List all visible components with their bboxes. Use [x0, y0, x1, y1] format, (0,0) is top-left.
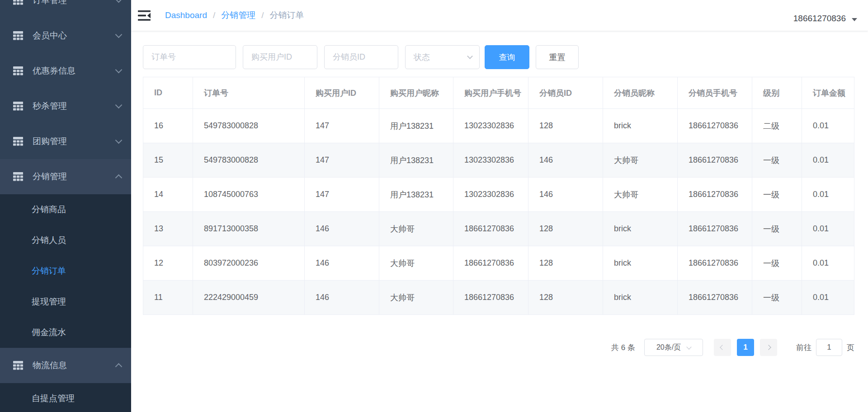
sidebar-subitem-label: 分销商品: [32, 204, 66, 215]
prev-page-button[interactable]: [714, 339, 731, 356]
sidebar-subitem-distribution-goods[interactable]: 分销商品: [0, 194, 131, 225]
table-cell: 大帅哥: [379, 212, 453, 246]
caret-down-icon: [852, 18, 857, 21]
table-row: 13 891713000358 146 大帅哥 18661270836 128 …: [143, 212, 854, 246]
column-header: 分销员手机号: [678, 77, 752, 109]
table-header-row: ID 订单号 购买用户ID 购买用户昵称 购买用户手机号 分销员ID 分销员昵称…: [143, 77, 854, 109]
table-cell: 146: [528, 178, 603, 212]
sidebar-item-label: 订单管理: [33, 0, 116, 6]
table-row: 16 549783000828 147 用户138231 13023302836…: [143, 109, 854, 143]
table-cell: 128: [528, 246, 603, 281]
sidebar-subitem-label: 佣金流水: [32, 327, 66, 338]
sidebar-menu: 订单管理 会员中心 优惠券信息 秒: [0, 0, 131, 412]
sidebar-subitem-pickup-point-management[interactable]: 自提点管理: [0, 383, 131, 412]
goto-page-input[interactable]: [816, 339, 842, 356]
grid-icon: [13, 360, 24, 370]
chevron-down-icon: [115, 0, 123, 3]
table-cell: 12: [143, 246, 193, 281]
table-cell: 用户138231: [379, 109, 453, 143]
breadcrumb-separator: /: [261, 10, 264, 20]
table-cell: 147: [305, 109, 379, 143]
orders-table-wrap: ID 订单号 购买用户ID 购买用户昵称 购买用户手机号 分销员ID 分销员昵称…: [143, 77, 854, 315]
table-cell: 18661270836: [453, 212, 528, 246]
sidebar-subitem-label: 分销订单: [32, 265, 66, 277]
table-cell: 18661270836: [453, 281, 528, 315]
sidebar-subitem-withdraw-management[interactable]: 提现管理: [0, 286, 131, 317]
table-cell: 0.01: [802, 281, 854, 315]
sidebar-item-label: 物流信息: [33, 360, 116, 371]
sidebar-item-label: 优惠券信息: [33, 65, 116, 77]
column-header: 购买用户ID: [305, 77, 379, 109]
table-cell: 13023302836: [453, 109, 528, 143]
table-cell: 用户138231: [379, 143, 453, 178]
table-cell: 13023302836: [453, 178, 528, 212]
next-page-button[interactable]: [760, 339, 777, 356]
distributor-id-input[interactable]: [324, 45, 398, 69]
sidebar-item-seckill-management[interactable]: 秒杀管理: [0, 89, 131, 124]
table-cell: 18661270836: [678, 143, 752, 178]
table-cell: 二级: [752, 109, 802, 143]
sidebar-item-label: 团购管理: [33, 136, 116, 147]
sidebar-item-order-management[interactable]: 订单管理: [0, 0, 131, 18]
table-cell: 146: [305, 281, 379, 315]
sidebar-item-distribution-management[interactable]: 分销管理: [0, 159, 131, 194]
table-cell: 16: [143, 109, 193, 143]
table-cell: 222429000459: [193, 281, 305, 315]
table-cell: brick: [603, 281, 678, 315]
table-cell: 146: [305, 212, 379, 246]
breadcrumb-separator: /: [213, 10, 215, 20]
table-cell: 0.01: [802, 212, 854, 246]
breadcrumb-link-distribution[interactable]: 分销管理: [221, 9, 255, 21]
table-cell: brick: [603, 246, 678, 281]
sidebar-subitem-commission-flow[interactable]: 佣金流水: [0, 317, 131, 348]
table-cell: 0.01: [802, 109, 854, 143]
column-header: 级别: [752, 77, 802, 109]
table-cell: 一级: [752, 178, 802, 212]
column-header: 分销员ID: [528, 77, 603, 109]
page-number-button[interactable]: 1: [737, 339, 754, 356]
grid-icon: [13, 66, 24, 76]
table-cell: 大帅哥: [603, 143, 678, 178]
chevron-up-icon: [115, 363, 123, 370]
sidebar-item-member-center[interactable]: 会员中心: [0, 18, 131, 53]
buyer-id-input[interactable]: [243, 45, 317, 69]
sidebar-item-groupbuy-management[interactable]: 团购管理: [0, 124, 131, 159]
grid-icon: [13, 31, 24, 41]
table-cell: 14: [143, 178, 193, 212]
chevron-left-icon: [720, 345, 725, 350]
sidebar-item-logistics-info[interactable]: 物流信息: [0, 348, 131, 383]
table-cell: 一级: [752, 281, 802, 315]
sidebar-subitem-distribution-staff[interactable]: 分销人员: [0, 225, 131, 256]
table-cell: 一级: [752, 212, 802, 246]
table-cell: 891713000358: [193, 212, 305, 246]
table-cell: 0.01: [802, 246, 854, 281]
chevron-down-icon: [115, 31, 123, 38]
sidebar-item-label: 秒杀管理: [33, 100, 116, 112]
reset-button[interactable]: 重置: [536, 45, 579, 69]
table-cell: 18661270836: [678, 281, 752, 315]
table-cell: 147: [305, 143, 379, 178]
breadcrumb-link-dashboard[interactable]: Dashboard: [165, 10, 207, 20]
distribution-submenu: 分销商品 分销人员 分销订单 提现管理 佣金流水: [0, 194, 131, 348]
table-cell: 128: [528, 212, 603, 246]
table-cell: 146: [528, 143, 603, 178]
table-cell: 18661270836: [678, 178, 752, 212]
page-size-select[interactable]: 20条/页: [644, 339, 703, 356]
order-no-input[interactable]: [143, 45, 236, 69]
column-header: ID: [143, 77, 193, 109]
filter-bar: 状态 查询 重置: [143, 45, 579, 69]
table-cell: 146: [305, 246, 379, 281]
chevron-down-icon: [115, 102, 123, 109]
search-button[interactable]: 查询: [485, 45, 529, 69]
table-cell: 15: [143, 143, 193, 178]
hamburger-icon[interactable]: [131, 9, 155, 22]
user-dropdown[interactable]: 18661270836: [793, 14, 868, 23]
column-header: 订单号: [193, 77, 305, 109]
sidebar-subitem-distribution-orders[interactable]: 分销订单: [0, 256, 131, 286]
sidebar-item-coupon-info[interactable]: 优惠券信息: [0, 53, 131, 89]
column-header: 购买用户昵称: [379, 77, 453, 109]
table-cell: brick: [603, 212, 678, 246]
grid-icon: [13, 136, 24, 146]
status-select[interactable]: 状态: [405, 45, 480, 69]
column-header: 分销员昵称: [603, 77, 678, 109]
